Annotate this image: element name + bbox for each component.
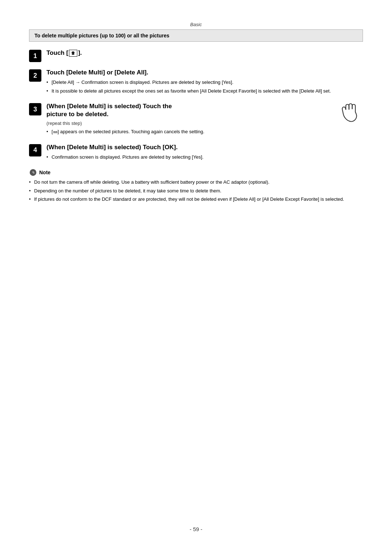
note-item-3: If pictures do not conform to the DCF st… <box>29 196 363 203</box>
step-2-number: 2 <box>29 69 41 82</box>
step-3: 3 (When [Delete Multi] is selected) Touc… <box>29 102 363 137</box>
header-box: To delete multiple pictures (up to 100) … <box>29 29 363 42</box>
step-1-content: Touch [🗑]. <box>46 49 363 59</box>
step-4-bullets: Confirmation screen is displayed. Pictur… <box>46 154 363 161</box>
note-title: Note <box>39 170 50 175</box>
note-list: Do not turn the camera off while deletin… <box>29 179 363 203</box>
step-2-bullets: [Delete All] → Confirmation screen is di… <box>46 79 363 94</box>
basic-label: Basic <box>29 22 363 27</box>
hand-touch-icon <box>338 101 363 126</box>
header-text: To delete multiple pictures (up to 100) … <box>34 33 170 38</box>
step-3-content: (When [Delete Multi] is selected) Touch … <box>46 102 363 137</box>
step-2-title: Touch [Delete Multi] or [Delete All]. <box>46 69 363 77</box>
note-section: ✎ Note Do not turn the camera off while … <box>29 168 363 203</box>
step-4-title: (When [Delete Multi] is selected) Touch … <box>46 143 363 151</box>
step-1-title: Touch [🗑]. <box>46 49 363 57</box>
note-header: ✎ Note <box>29 168 363 176</box>
step-3-text-block: (When [Delete Multi] is selected) Touch … <box>46 102 330 128</box>
step-3-bullets: [㎜] appears on the selected pictures. To… <box>46 128 363 135</box>
step-4: 4 (When [Delete Multi] is selected) Touc… <box>29 143 363 162</box>
step-3-bullet-1: [㎜] appears on the selected pictures. To… <box>46 128 363 135</box>
step-2-bullet-1: [Delete All] → Confirmation screen is di… <box>46 79 363 86</box>
note-pencil-icon: ✎ <box>29 168 37 176</box>
step-4-bullet-1: Confirmation screen is displayed. Pictur… <box>46 154 363 161</box>
step-2-bullet-2: It is possible to delete all pictures ex… <box>46 87 363 95</box>
step-3-number: 3 <box>29 103 41 115</box>
page: Basic To delete multiple pictures (up to… <box>0 0 392 554</box>
note-item-2: Depending on the number of pictures to b… <box>29 187 363 195</box>
step-4-number: 4 <box>29 144 41 156</box>
step-3-repeat: (repeat this step) <box>46 121 330 126</box>
step-4-content: (When [Delete Multi] is selected) Touch … <box>46 143 363 162</box>
step-3-title: (When [Delete Multi] is selected) Touch … <box>46 102 330 118</box>
step-2-content: Touch [Delete Multi] or [Delete All]. [D… <box>46 69 363 96</box>
step-1-number: 1 <box>29 50 41 62</box>
note-item-1: Do not turn the camera off while deletin… <box>29 179 363 186</box>
step-1: 1 Touch [🗑]. <box>29 49 363 62</box>
trash-icon: 🗑 <box>69 50 77 57</box>
step-2: 2 Touch [Delete Multi] or [Delete All]. … <box>29 69 363 96</box>
svg-text:✎: ✎ <box>32 171 34 175</box>
page-number: - 59 - <box>0 526 392 532</box>
step-3-row: (When [Delete Multi] is selected) Touch … <box>46 102 363 128</box>
